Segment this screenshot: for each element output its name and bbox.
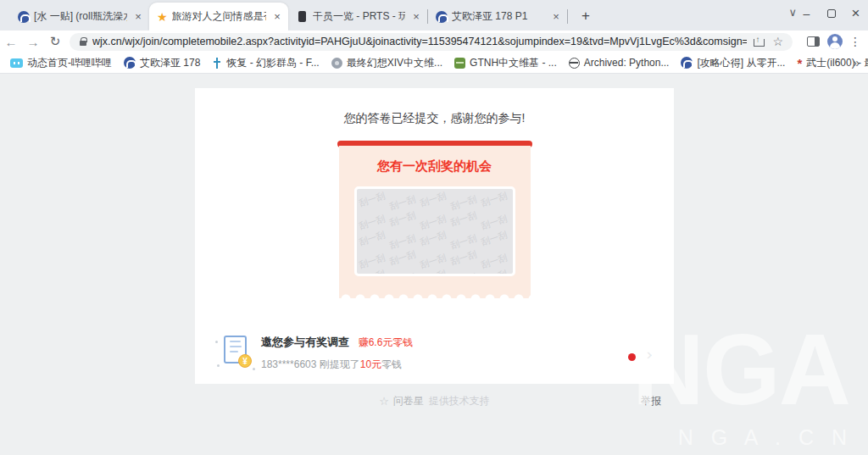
- window-controls: – ×: [794, 0, 868, 27]
- survey-complete-panel: 您的答卷已经提交，感谢您的参与! 您有一次刮奖的机会 刮一刮 刮一刮 刮一刮 刮…: [195, 88, 674, 384]
- lock-icon: [80, 41, 86, 46]
- ticket-card-padding: [339, 276, 531, 291]
- tab-title: 旅游对人之间情感是否有促进作用: [172, 9, 266, 24]
- bilibili-icon: [10, 58, 23, 68]
- invite-text-block: 邀您参与有奖调查 赚6.6元零钱 183****6603 刚提现了10元零钱: [261, 335, 413, 372]
- tab-title: 干员一览 - PRTS - 玩家自由构筑: [313, 9, 405, 24]
- bookmark-island[interactable]: 恢复 - 幻影群岛 - F...: [212, 56, 319, 70]
- browser-menu-icon[interactable]: ⋮: [849, 35, 861, 48]
- url-text[interactable]: wjx.cn/wjx/join/completemobile2.aspx?act…: [92, 36, 747, 47]
- invite-earn-badge: 赚6.6元零钱: [359, 336, 414, 348]
- scratch-title: 您有一次刮奖的机会: [339, 158, 531, 175]
- bookmark-bilibili[interactable]: 动态首页-哔哩哔哩: [10, 56, 112, 70]
- bookmark-label: 动态首页-哔哩哔哩: [27, 56, 112, 70]
- bookmark-label: Archived: Python...: [584, 57, 670, 69]
- forward-button[interactable]: →: [22, 35, 44, 49]
- tab-close-icon[interactable]: ×: [409, 10, 423, 24]
- sparkle-dot: [215, 341, 218, 343]
- ticket-scalloped-edge: [339, 291, 531, 298]
- submit-message: 您的答卷已经提交，感谢您的参与!: [195, 88, 674, 126]
- minimize-button[interactable]: –: [794, 0, 819, 27]
- tab-nga-eorzea[interactable]: 艾欧泽亚 178 P1 ×: [428, 3, 567, 31]
- tab-prts-operators[interactable]: 干员一览 - PRTS - 玩家自由构筑 ×: [288, 3, 427, 31]
- bookmark-label: 恢复 - 幻影群岛 - F...: [226, 56, 319, 70]
- page-footer: ☆ 问卷星 提供技术支持 举报: [195, 392, 674, 409]
- doc-line: [230, 351, 238, 352]
- ticker-suffix: 零钱: [381, 358, 402, 370]
- bookmarks-bar: 动态首页-哔哩哔哩 艾欧泽亚 178 恢复 - 幻影群岛 - F... 最终幻想…: [0, 53, 868, 74]
- side-panel-icon[interactable]: [807, 36, 820, 47]
- survey-document-icon: ¥: [224, 336, 247, 363]
- reload-button[interactable]: ↻: [44, 34, 66, 49]
- invite-title: 邀您参与有奖调查: [261, 336, 349, 348]
- nga-favicon-icon: [18, 11, 30, 23]
- bookmark-star-icon[interactable]: ☆: [772, 35, 783, 48]
- address-bar[interactable]: wjx.cn/wjx/join/completemobile2.aspx?act…: [70, 33, 793, 51]
- bookmark-label: 最终幻想XIV中文维...: [347, 56, 442, 70]
- tab-title: 艾欧泽亚 178 P1: [452, 9, 545, 24]
- scratch-watermark-text: 刮一刮: [418, 189, 452, 214]
- scratch-ticket: 您有一次刮奖的机会 刮一刮 刮一刮 刮一刮 刮一刮 刮一刮 刮一刮 刮一刮 刮一…: [339, 141, 531, 298]
- nga-icon: [681, 57, 693, 69]
- tab-close-icon[interactable]: ×: [270, 10, 284, 24]
- globe-icon: [569, 58, 580, 69]
- page-content: 您的答卷已经提交，感谢您的参与! 您有一次刮奖的机会 刮一刮 刮一刮 刮一刮 刮…: [0, 75, 868, 455]
- invite-title-line[interactable]: 邀您参与有奖调查 赚6.6元零钱: [261, 335, 413, 350]
- asterisk-icon: *: [797, 58, 802, 69]
- scratch-area[interactable]: 刮一刮 刮一刮 刮一刮 刮一刮 刮一刮 刮一刮 刮一刮 刮一刮 刮一刮 刮一刮 …: [354, 186, 515, 276]
- wjx-star-icon: ☆: [379, 395, 389, 408]
- nga-icon: [124, 57, 136, 69]
- bookmarks-overflow-icon[interactable]: »: [853, 56, 860, 69]
- tab-wjx-survey-active[interactable]: ★ 旅游对人之间情感是否有促进作用 ×: [149, 3, 288, 31]
- new-tab-button[interactable]: +: [575, 5, 597, 27]
- nga-watermark-small: N G A . C N: [678, 425, 853, 450]
- bookmark-ffxiv-wiki[interactable]: 最终幻想XIV中文维...: [331, 56, 442, 70]
- maximize-button[interactable]: [819, 0, 843, 27]
- footer-support-text: 提供技术支持: [429, 394, 490, 408]
- ticket-card: 您有一次刮奖的机会 刮一刮 刮一刮 刮一刮 刮一刮 刮一刮 刮一刮 刮一刮 刮一…: [339, 146, 531, 291]
- bookmark-label: [攻略心得] 从零开...: [697, 56, 785, 70]
- coin-icon: ¥: [238, 354, 252, 368]
- tab-title: [水 一贴] (roll瓶洗澡水)来点光尿: [34, 9, 127, 24]
- back-button[interactable]: ←: [0, 35, 22, 49]
- scratch-watermark-text: 刮一刮: [357, 189, 391, 214]
- bookmark-nga-guide[interactable]: [攻略心得] 从零开...: [681, 56, 785, 70]
- ticker-amount: 10元: [360, 358, 381, 370]
- nga-watermark-big: NGA: [632, 319, 849, 419]
- browser-window: [水 一贴] (roll瓶洗澡水)来点光尿 × ★ 旅游对人之间情感是否有促进作…: [0, 0, 868, 455]
- scratch-watermark-text: 刮一刮: [479, 189, 513, 214]
- doc-line: [230, 346, 242, 347]
- share-arrow-icon: ↑: [755, 35, 760, 44]
- survey-invite-row[interactable]: ¥ 邀您参与有奖调查 赚6.6元零钱 183****6603 刚提现了10元零钱…: [212, 332, 662, 380]
- sparkle-dot: [217, 364, 220, 367]
- prts-favicon-icon: [298, 11, 306, 22]
- close-window-button[interactable]: ×: [843, 0, 868, 27]
- gtnh-icon: [454, 58, 465, 69]
- bookmark-gtnh-wiki[interactable]: GTNH中文维基 - ...: [454, 56, 557, 70]
- tab-close-icon[interactable]: ×: [131, 10, 145, 24]
- share-icon[interactable]: ↑: [754, 37, 764, 47]
- bookmark-archived-python[interactable]: Archived: Python...: [569, 57, 670, 69]
- scratch-watermark-grid: 刮一刮 刮一刮 刮一刮 刮一刮 刮一刮 刮一刮 刮一刮 刮一刮 刮一刮 刮一刮 …: [357, 189, 513, 276]
- tab-separator: [567, 9, 568, 24]
- bookmark-label: 艾欧泽亚 178: [140, 56, 200, 70]
- footer-brand-link[interactable]: 问卷星: [393, 394, 424, 408]
- ffxiv-icon: [331, 58, 342, 69]
- tab-close-icon[interactable]: ×: [549, 10, 563, 24]
- nga-favicon-icon: [436, 11, 448, 23]
- wjx-star-favicon-icon: ★: [157, 11, 168, 23]
- profile-avatar[interactable]: [827, 34, 843, 49]
- bookmark-label: GTNH中文维基 - ...: [470, 56, 557, 70]
- bookmark-nga-eorzea[interactable]: 艾欧泽亚 178: [124, 56, 200, 70]
- maximize-icon: [827, 9, 836, 18]
- ticker-prefix: 183****6603 刚提现了: [261, 358, 360, 370]
- sparkle-dot: [253, 368, 255, 370]
- invite-ticker-line: 183****6603 刚提现了10元零钱: [261, 358, 413, 372]
- tab-nga-thread[interactable]: [水 一贴] (roll瓶洗澡水)来点光尿 ×: [10, 3, 149, 31]
- anchor-icon: [212, 58, 222, 69]
- browser-toolbar: ← → ↻ wjx.cn/wjx/join/completemobile2.as…: [0, 31, 868, 53]
- tab-strip: [水 一贴] (roll瓶洗澡水)来点光尿 × ★ 旅游对人之间情感是否有促进作…: [0, 0, 868, 31]
- doc-line: [230, 341, 241, 342]
